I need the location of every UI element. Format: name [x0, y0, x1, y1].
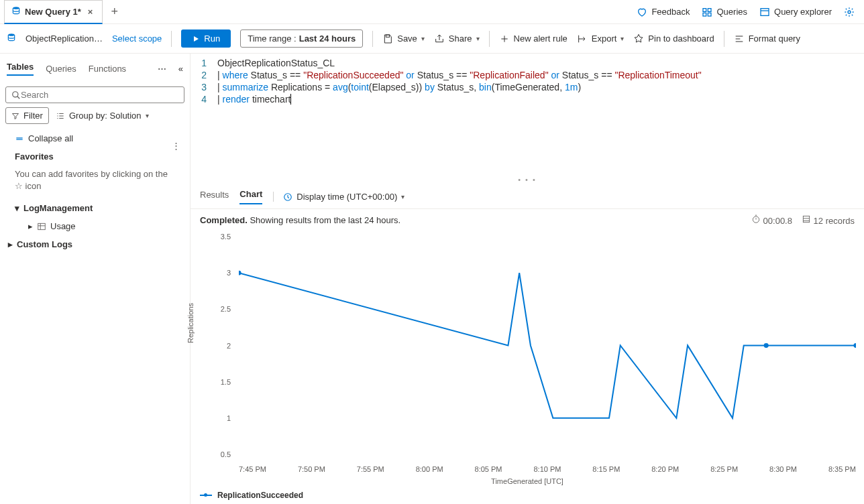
svg-rect-13 [803, 216, 809, 222]
sidebar-item-customlogs[interactable]: ▸Custom Logs [5, 235, 184, 253]
list-icon [56, 111, 65, 121]
records-icon [802, 214, 811, 224]
chevron-down-icon: ▾ [15, 203, 19, 213]
favorites-heading: Favorites [5, 147, 184, 166]
sidebar-item-usage[interactable]: ▸Usage [5, 217, 184, 235]
settings-icon[interactable] [844, 7, 855, 17]
chevron-right-icon: ▸ [8, 239, 13, 249]
chevron-down-icon: ▾ [620, 35, 624, 42]
status-completed: Completed. [200, 215, 248, 225]
query-tab[interactable]: New Query 1* × [4, 0, 103, 24]
time-range-picker[interactable]: Time range : Last 24 hours [240, 29, 363, 48]
clock-icon [283, 192, 292, 202]
select-scope-link[interactable]: Select scope [112, 34, 162, 44]
query-editor[interactable]: 1234 ObjectReplicationStatus_CL | where … [191, 54, 864, 174]
search-icon [11, 90, 21, 100]
kebab-icon[interactable]: ⋯ [158, 64, 166, 74]
collapse-all-button[interactable]: Collapse all [5, 129, 184, 147]
chevron-down-icon: ▾ [146, 112, 149, 119]
query-time: 00:00.8 [751, 214, 792, 226]
chevron-down-icon: ▾ [401, 193, 404, 200]
close-icon[interactable]: × [85, 7, 96, 17]
filter-button[interactable]: Filter [5, 107, 49, 124]
svg-rect-2 [708, 8, 712, 11]
svg-point-14 [239, 271, 241, 275]
chart-area: Replications 3.532.521.510.5 7:45 PM7:50… [191, 231, 864, 487]
chevron-down-icon: ▾ [476, 35, 480, 42]
stopwatch-icon [751, 214, 761, 224]
sidebar-item-logmanagement[interactable]: ▾LogManagement [5, 199, 184, 217]
group-by-dropdown[interactable]: Group by: Solution▾ [56, 111, 149, 121]
collapse-sidebar-icon[interactable]: « [178, 64, 183, 74]
x-axis: 7:45 PM7:50 PM7:55 PM8:00 PM8:05 PM8:10 … [239, 465, 856, 473]
pin-button[interactable]: Pin to dashboard [633, 34, 714, 44]
export-button[interactable]: Export▾ [577, 34, 625, 44]
share-button[interactable]: Share▾ [434, 34, 480, 44]
status-message: Showing results from the last 24 hours. [250, 215, 400, 225]
favorites-info: You can add favorites by clicking on the… [5, 166, 184, 199]
svg-rect-3 [703, 13, 706, 16]
feedback-link[interactable]: Feedback [637, 7, 690, 17]
table-icon [37, 222, 46, 231]
svg-point-7 [8, 34, 14, 36]
y-axis: 3.532.521.510.5 [207, 237, 233, 454]
svg-rect-4 [708, 13, 712, 16]
chart-plot [239, 237, 856, 454]
svg-point-16 [853, 343, 856, 348]
database-icon [11, 6, 21, 17]
run-button[interactable]: Run [181, 29, 231, 48]
record-count: 12 records [802, 214, 855, 226]
chart-tab[interactable]: Chart [239, 189, 262, 204]
y-axis-label: Replications [186, 303, 195, 343]
filter-icon [11, 112, 19, 120]
results-tab[interactable]: Results [200, 190, 229, 204]
tab-functions[interactable]: Functions [89, 64, 126, 74]
new-alert-button[interactable]: New alert rule [499, 34, 568, 44]
chart-legend: ReplicationSucceeded [191, 487, 864, 504]
format-query-button[interactable]: Format query [734, 34, 800, 44]
display-time-dropdown[interactable]: Display time (UTC+00:00)▾ [273, 192, 404, 202]
collapse-icon [15, 134, 24, 143]
legend-line-icon [200, 495, 212, 496]
tab-queries[interactable]: Queries [46, 64, 76, 74]
search-input[interactable] [5, 86, 184, 103]
svg-point-6 [848, 11, 851, 13]
legend-label: ReplicationSucceeded [217, 491, 303, 500]
scope-label: ObjectReplication… [25, 34, 103, 44]
svg-point-0 [13, 7, 19, 9]
kebab-icon[interactable]: ⋮ [172, 141, 180, 151]
svg-rect-1 [703, 8, 706, 11]
save-button[interactable]: Save▾ [382, 34, 425, 44]
chevron-down-icon: ▾ [421, 35, 425, 42]
chevron-right-icon: ▸ [28, 221, 33, 231]
resize-handle[interactable]: • • • [191, 174, 864, 185]
line-numbers: 1234 [191, 58, 213, 174]
x-axis-label: TimeGenerated [UTC] [491, 477, 563, 485]
svg-rect-10 [38, 223, 46, 229]
svg-rect-8 [386, 35, 390, 37]
svg-point-15 [764, 343, 769, 348]
query-explorer-link[interactable]: Query explorer [759, 7, 832, 17]
svg-point-9 [13, 91, 18, 97]
svg-rect-5 [761, 8, 769, 15]
tab-tables[interactable]: Tables [7, 62, 34, 76]
tab-title: New Query 1* [25, 7, 81, 17]
add-tab-button[interactable]: + [103, 1, 126, 23]
queries-link[interactable]: Queries [702, 7, 747, 17]
database-icon [7, 33, 16, 44]
